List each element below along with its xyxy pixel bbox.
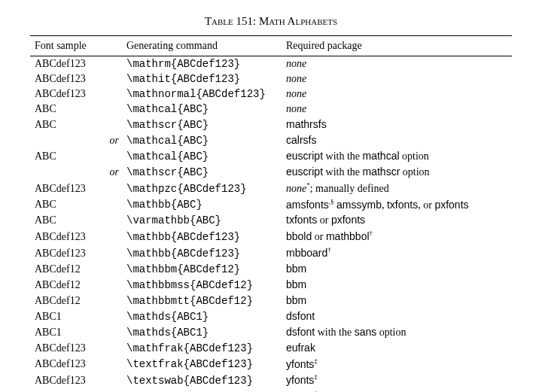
- generating-command: \mathpzc{ABCdef123}: [122, 180, 282, 196]
- required-package: dsfont: [282, 308, 512, 324]
- font-sample: ABCdef123: [30, 180, 122, 196]
- table-row: ABCdef123\textswab{ABCdef123}yfonts‡: [30, 372, 512, 388]
- required-package: none: [282, 71, 512, 87]
- generating-command: \mathbb{ABCdef123}: [122, 245, 282, 261]
- generating-command: \textfrak{ABCdef123}: [122, 356, 282, 372]
- required-package: bbold or mathbbol†: [282, 228, 512, 245]
- generating-command: \mathfrak{ABCdef123}: [122, 340, 282, 356]
- required-package: yfonts‡: [282, 388, 512, 392]
- required-package: bbm: [282, 293, 512, 308]
- font-sample: ABC: [30, 212, 122, 228]
- required-package: calrsfs: [282, 132, 512, 148]
- font-sample: ABC: [30, 148, 122, 164]
- generating-command: \mathbb{ABC}: [122, 196, 282, 213]
- generating-command: \mathbbm{ABCdef12}: [122, 261, 282, 277]
- table-row: ABC\mathscr{ABC}mathrsfs: [30, 117, 512, 132]
- generating-command: \mathcal{ABC}: [122, 148, 282, 164]
- or-label: or: [30, 132, 122, 148]
- table-row: ABCdef123\mathbb{ABCdef123}bbold or math…: [30, 228, 512, 245]
- header-required-package: Required package: [282, 36, 512, 56]
- font-sample: ABCdef123: [30, 56, 122, 71]
- generating-command: \varmathbb{ABC}: [122, 212, 282, 228]
- table-caption: Table 151: Math Alphabets: [30, 15, 512, 28]
- font-sample: ABCdef12: [30, 293, 122, 308]
- font-sample: ABC1: [30, 324, 122, 340]
- table-row: ABCdef123\mathnormal{ABCdef123}none: [30, 87, 512, 102]
- table-row: ABCdef12\mathbbmss{ABCdef12}bbm: [30, 277, 512, 293]
- table-row: ABCdef123\textfrak{ABCdef123}yfonts‡: [30, 356, 512, 372]
- generating-command: \textgoth{ABCdef123}: [122, 388, 282, 392]
- required-package: dsfont with the sans option: [282, 324, 512, 340]
- table-row: or\mathscr{ABC}euscript with the mathscr…: [30, 164, 512, 180]
- required-package: none: [282, 87, 512, 102]
- font-sample: ABCdef123: [30, 245, 122, 261]
- header-generating-command: Generating command: [122, 36, 282, 56]
- table-row: or\mathcal{ABC}calrsfs: [30, 132, 512, 148]
- table-row: ABCdef12\mathbbm{ABCdef12}bbm: [30, 261, 512, 277]
- generating-command: \mathscr{ABC}: [122, 117, 282, 132]
- font-sample: ABC1: [30, 308, 122, 324]
- required-package: none: [282, 102, 512, 117]
- font-sample: ABCdef123: [30, 71, 122, 87]
- table-row: ABCdef123\mathbb{ABCdef123}mbboard†: [30, 245, 512, 261]
- generating-command: \mathbbmtt{ABCdef12}: [122, 293, 282, 308]
- required-package: none*; manually defined: [282, 180, 512, 196]
- required-package: eufrak: [282, 340, 512, 356]
- font-sample: ABCdef123: [30, 372, 122, 388]
- table-row: ABCdef123\mathit{ABCdef123}none: [30, 71, 512, 87]
- font-sample: ABCdef123: [30, 388, 122, 392]
- font-sample: ABC: [30, 102, 122, 117]
- table-row: ABCdef12\mathbbmtt{ABCdef12}bbm: [30, 293, 512, 308]
- generating-command: \mathcal{ABC}: [122, 132, 282, 148]
- required-package: yfonts‡: [282, 372, 512, 388]
- required-package: none: [282, 56, 512, 71]
- table-row: ABC\mathbb{ABC}amsfonts,§ amssymb, txfon…: [30, 196, 512, 213]
- generating-command: \mathds{ABC1}: [122, 308, 282, 324]
- header-font-sample: Font sample: [30, 36, 122, 56]
- required-package: mathrsfs: [282, 117, 512, 132]
- required-package: euscript with the mathscr option: [282, 164, 512, 180]
- font-sample: ABCdef123: [30, 356, 122, 372]
- generating-command: \mathit{ABCdef123}: [122, 71, 282, 87]
- generating-command: \mathrm{ABCdef123}: [122, 56, 282, 71]
- required-package: euscript with the mathcal option: [282, 148, 512, 164]
- table-row: ABCdef123\mathrm{ABCdef123}none: [30, 56, 512, 71]
- header-row: Font sample Generating command Required …: [30, 36, 512, 56]
- table-row: ABCdef123\mathpzc{ABCdef123}none*; manua…: [30, 180, 512, 196]
- required-package: bbm: [282, 261, 512, 277]
- font-sample: ABC: [30, 117, 122, 132]
- font-sample: ABCdef123: [30, 87, 122, 102]
- generating-command: \mathcal{ABC}: [122, 102, 282, 117]
- table-row: ABC\mathcal{ABC}euscript with the mathca…: [30, 148, 512, 164]
- required-package: txfonts or pxfonts: [282, 212, 512, 228]
- font-sample: ABCdef123: [30, 228, 122, 245]
- math-alphabets-table: Font sample Generating command Required …: [30, 35, 512, 392]
- required-package: amsfonts,§ amssymb, txfonts, or pxfonts: [282, 196, 512, 213]
- table-row: ABC\mathcal{ABC}none: [30, 102, 512, 117]
- required-package: bbm: [282, 277, 512, 293]
- table-row: ABCdef123\textgoth{ABCdef123}yfonts‡: [30, 388, 512, 392]
- generating-command: \textswab{ABCdef123}: [122, 372, 282, 388]
- or-label: or: [30, 164, 122, 180]
- font-sample: ABCdef12: [30, 261, 122, 277]
- required-package: yfonts‡: [282, 356, 512, 372]
- generating-command: \mathnormal{ABCdef123}: [122, 87, 282, 102]
- table-row: ABC1\mathds{ABC1}dsfont with the sans op…: [30, 324, 512, 340]
- generating-command: \mathscr{ABC}: [122, 164, 282, 180]
- generating-command: \mathbb{ABCdef123}: [122, 228, 282, 245]
- table-row: ABCdef123\mathfrak{ABCdef123}eufrak: [30, 340, 512, 356]
- required-package: mbboard†: [282, 245, 512, 261]
- font-sample: ABCdef123: [30, 340, 122, 356]
- generating-command: \mathds{ABC1}: [122, 324, 282, 340]
- font-sample: ABCdef12: [30, 277, 122, 293]
- font-sample: ABC: [30, 196, 122, 213]
- generating-command: \mathbbmss{ABCdef12}: [122, 277, 282, 293]
- table-row: ABC1\mathds{ABC1}dsfont: [30, 308, 512, 324]
- table-row: ABC\varmathbb{ABC}txfonts or pxfonts: [30, 212, 512, 228]
